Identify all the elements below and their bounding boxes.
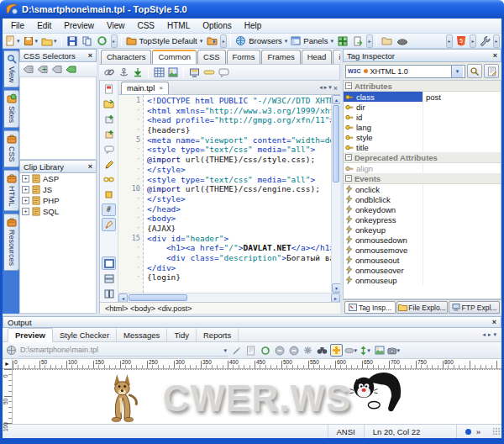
table-icon[interactable] <box>154 67 165 77</box>
named-anchor-icon[interactable] <box>118 67 129 77</box>
document-icon[interactable] <box>102 82 116 96</box>
follow-link-button[interactable] <box>230 344 243 357</box>
toolbar-overflow-button[interactable]: ▸ <box>220 34 227 48</box>
hr-icon[interactable] <box>203 69 215 76</box>
collapse-icon[interactable]: − <box>345 175 352 182</box>
toolbar-overflow-button[interactable]: ▸ <box>366 34 373 48</box>
menu-item[interactable]: View <box>101 19 131 32</box>
event-row[interactable]: onkeydown <box>344 204 501 214</box>
expand-icon[interactable]: + <box>22 208 29 215</box>
expand-icon[interactable]: + <box>22 175 29 182</box>
settings-button[interactable] <box>302 344 314 357</box>
insert-tab[interactable]: Frames <box>261 50 300 64</box>
preview-address-combobox[interactable]: D:\smartphone\main.tpl ▾ <box>18 344 228 357</box>
browsers-dropdown[interactable]: Browsers▾ <box>234 34 288 48</box>
insert-tab[interactable]: CSS <box>197 50 226 64</box>
tab-list-icon[interactable]: ▾ <box>328 84 332 92</box>
events-section-header[interactable]: − Events <box>344 173 501 184</box>
link-icon[interactable] <box>103 67 115 77</box>
hyperlink-icon[interactable] <box>102 173 116 187</box>
tag-breadcrumb[interactable]: <html> <body> <div.post> <box>100 302 340 314</box>
event-row[interactable]: ondblclick <box>344 194 501 204</box>
comment-toggle-icon[interactable] <box>102 143 116 156</box>
clip-library-item[interactable]: + PHP <box>20 195 96 206</box>
open-button[interactable]: ▾ <box>40 34 58 48</box>
event-row[interactable]: onmouseover <box>344 265 501 275</box>
vertical-scrollbar[interactable]: ▴ ▾ <box>331 95 340 293</box>
tab-list-icon[interactable]: ▾ <box>493 331 496 338</box>
clip-library-item[interactable]: + SQL <box>20 206 96 217</box>
attribute-value[interactable]: post <box>423 92 501 102</box>
attribute-value[interactable] <box>423 112 501 122</box>
clip-library-item[interactable]: + ASP <box>20 173 96 184</box>
close-icon[interactable]: × <box>88 51 92 60</box>
size-preset-dropdown[interactable]: ▾ <box>344 344 357 357</box>
close-icon[interactable]: × <box>492 318 496 326</box>
event-value[interactable] <box>423 214 501 225</box>
nav-left-icon[interactable]: ◂ <box>319 84 323 92</box>
attribute-value[interactable] <box>423 142 501 152</box>
preview-pane[interactable]: CWER.WS <box>13 369 501 424</box>
attribute-value[interactable] <box>423 102 501 112</box>
attribute-row[interactable]: class post <box>344 92 501 102</box>
add-snippet-icon[interactable] <box>102 113 116 126</box>
event-row[interactable]: onkeyup <box>344 225 501 235</box>
options-button[interactable] <box>478 34 491 48</box>
refresh-button[interactable] <box>96 34 109 48</box>
sidebar-tab[interactable]: View <box>4 50 19 87</box>
event-value[interactable] <box>423 235 501 245</box>
highlighter-toggle[interactable] <box>102 218 116 231</box>
save-button[interactable] <box>66 34 79 48</box>
attributes-section-header[interactable]: − Attributes <box>344 81 501 92</box>
status-overflow-icon[interactable]: » <box>476 427 480 436</box>
attribute-value[interactable] <box>423 132 501 142</box>
attribute-row[interactable]: title <box>344 142 501 152</box>
panels-dropdown[interactable]: Panels▾ <box>290 34 334 48</box>
output-tab[interactable]: Style Checker <box>53 329 117 341</box>
add-clip-icon[interactable] <box>102 128 116 141</box>
event-value[interactable] <box>423 265 501 275</box>
event-row[interactable]: onmouseout <box>344 255 501 265</box>
event-value[interactable] <box>423 204 501 214</box>
close-icon[interactable]: × <box>88 162 92 171</box>
ink-button[interactable] <box>396 34 409 48</box>
comment-icon[interactable] <box>218 68 229 77</box>
new-document-button[interactable]: ▾ <box>4 34 21 48</box>
event-row[interactable]: onmouseup <box>344 275 501 285</box>
inspect-button[interactable] <box>467 64 482 78</box>
tag-edit-icon[interactable] <box>51 65 62 74</box>
anchor-down-icon[interactable] <box>133 67 143 77</box>
nav-right-icon[interactable]: ▸ <box>488 331 491 338</box>
find-button[interactable] <box>316 344 328 357</box>
resize-grip[interactable] <box>492 427 501 436</box>
sidebar-tab[interactable]: CSS <box>4 130 19 167</box>
menu-item[interactable]: Options <box>197 19 237 32</box>
expand-icon[interactable]: + <box>22 197 29 204</box>
back-button[interactable] <box>273 344 286 357</box>
line-numbers-toggle[interactable]: # <box>102 204 116 217</box>
open-snippet-icon[interactable] <box>102 98 116 111</box>
attribute-row[interactable]: id <box>344 112 501 122</box>
code-text[interactable]: <!DOCTYPE html PUBLIC "-//W3C//DTD XHTM<… <box>144 95 331 293</box>
menu-item[interactable]: HTML <box>161 19 196 32</box>
attribute-row[interactable]: style <box>344 132 501 142</box>
event-row[interactable]: onclick <box>344 184 501 194</box>
toolbar-overflow-button[interactable]: ▸ <box>470 34 476 48</box>
layout-single-icon[interactable] <box>102 256 116 270</box>
scrollbar-thumb[interactable] <box>333 105 339 182</box>
attribute-value[interactable] <box>423 122 501 132</box>
layout-columns-icon[interactable] <box>102 287 116 300</box>
deprecated-section-header[interactable]: − Deprecated Attributes <box>344 152 501 163</box>
close-icon[interactable]: × <box>159 84 163 92</box>
tag-icon[interactable] <box>23 65 34 74</box>
horizontal-scrollbar[interactable]: ◂ ▸ <box>118 293 340 302</box>
edit-icon[interactable] <box>102 158 116 172</box>
insert-tab[interactable]: Characters <box>101 50 151 64</box>
html5-button[interactable]: 5 <box>454 34 468 48</box>
event-value[interactable] <box>423 184 501 194</box>
attribute-row[interactable]: align <box>344 163 501 173</box>
toolbar-overflow-button[interactable]: ▸ <box>111 34 118 48</box>
menu-item[interactable]: Preview <box>58 19 100 32</box>
chevron-down-icon[interactable]: ▾ <box>451 65 463 78</box>
export-page-button[interactable] <box>351 34 365 48</box>
